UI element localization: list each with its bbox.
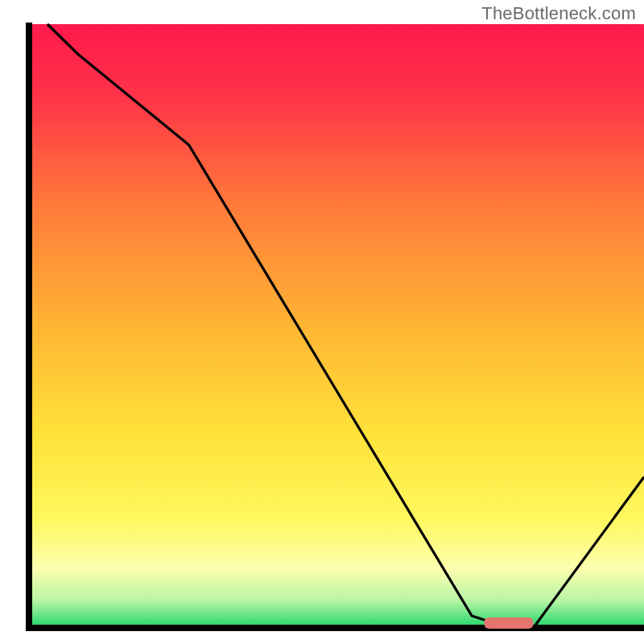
plot-background: [29, 24, 644, 628]
watermark-text: TheBottleneck.com: [481, 3, 636, 24]
optimal-marker: [484, 617, 533, 629]
chart-container: TheBottleneck.com: [0, 0, 644, 644]
bottleneck-chart: [0, 0, 644, 644]
